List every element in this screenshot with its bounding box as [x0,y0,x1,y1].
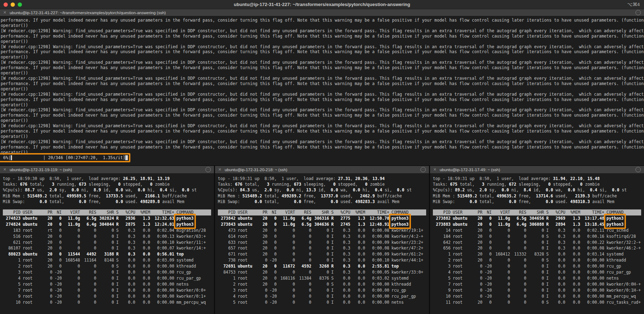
process-cell: 274824 [3,222,21,228]
terminal-output-line: performance. If your model indeed never … [1,65,644,71]
cell-value: 11544 [68,252,80,257]
cell-value: 0 [327,246,329,251]
session-menu-icon[interactable]: ⋯ [420,167,426,172]
close-session-icon[interactable]: ✕ [3,11,6,15]
process-cell: 11.0g [277,215,295,222]
process-cell: kworker/23:2+ [389,240,426,246]
cell-value: python3 [176,222,193,227]
process-cell: 0.0 [350,245,365,251]
process-cell: 0 [96,293,114,299]
cell-value: 0.0 [573,258,580,263]
close-session-icon[interactable]: ✕ [433,168,436,172]
top-command-output[interactable]: top - 18:59:30 up 8:50, 1 user, load ave… [0,174,214,314]
cell-value: 0:00.00 [372,288,389,293]
cell-value: kworker/0:0H-+ [606,282,641,287]
process-cell: 0 [62,228,80,234]
process-cell: 11384 [295,275,311,281]
process-cell: 0 [80,293,96,299]
cell-value: 0:00.08 [587,246,604,251]
process-cell: root [236,269,257,275]
close-session-icon[interactable]: ✕ [3,168,6,172]
process-cell: 9 [3,293,21,299]
process-cell: 0 [277,281,295,287]
process-row: 86107root200000I0.30.00:00.07kworker/14:… [3,245,211,251]
cell-value: 2775 [340,216,350,221]
cell-value: 0:00.16 [587,234,604,239]
zoom-window-button[interactable] [18,2,22,7]
cell-value: kworker/63:+ [176,234,206,239]
cell-value: 0.3 [343,264,350,269]
cell-value: 4492 [86,252,96,257]
process-cell: -20 [482,281,492,287]
process-row: 274823ubuntu20011.0g6.5g302824R29361.312… [3,215,211,222]
cell-value: 0 [524,246,526,251]
process-cell: 0:00.00 [580,263,604,269]
cell-value: I [331,240,334,245]
window-titlebar[interactable]: ubuntu@ip-172-31-41-227: ~/transformers/… [0,0,644,9]
process-cell: 0.0 [565,275,580,281]
cell-value: 0:00.00 [372,300,389,305]
process-cell: 20 [472,245,482,251]
process-cell: netns [604,275,641,281]
process-cell: ubuntu [451,222,472,228]
cell-value: 0.0 [143,240,150,245]
process-cell: 9 [433,287,451,293]
process-cell: 20 [257,281,267,287]
cell-value: 20 [262,264,267,269]
cell-value: 13:18.45 [585,222,604,227]
cell-value: 621 [13,240,21,245]
process-cell: S [544,234,550,240]
training-terminal-output[interactable]: performance. If your model indeed never … [0,16,644,166]
cell-value: -20 [55,276,62,281]
cell-value: 633 [228,240,236,245]
cell-value: 1 [448,252,451,257]
cell-value: rt [47,228,52,233]
process-cell: 88023 [3,251,21,257]
process-row: 1root200168412113328328S0.00.00:03.14sys… [433,251,641,257]
process-row: 273842ubuntu20011.0g6.4g306316R27751.312… [218,215,426,222]
process-cell: R [329,222,335,228]
close-session-icon[interactable]: ✕ [218,168,221,172]
process-cell: 0 [526,299,544,305]
process-cell: 0:00.13 [150,234,174,240]
process-cell: 10 [3,299,21,305]
process-cell: 20 [257,251,267,257]
close-window-button[interactable] [4,2,8,7]
process-cell: root [236,287,257,293]
cell-value: 0 [112,282,114,287]
cell-value: I [546,276,549,281]
process-cell: I [329,257,335,263]
cell-value: 2745 [340,222,350,227]
cell-value: 656 [443,246,451,251]
cell-value: 0:03.02 [372,276,389,281]
top-command-output[interactable]: top - 18:59:31 up 8:50, 1 user, load ave… [215,174,429,314]
process-cell: 0 [295,287,311,293]
process-cell: mm_percpu_wq [604,293,641,299]
cell-value: 0 [309,288,311,293]
cell-value: root [23,246,33,251]
cell-value: 0.0 [343,276,350,281]
cell-value: 0 [112,246,114,251]
top-command-output[interactable]: top - 18:59:31 up 8:50, 1 user, load ave… [430,174,644,314]
session-menu-icon[interactable]: ⋯ [205,167,211,172]
cell-value: root [453,264,463,269]
process-cell: I [329,234,335,240]
cell-value: -20 [485,276,492,281]
process-cell: R [329,215,335,222]
cell-value: 0 [50,288,52,293]
process-cell: I [329,228,335,234]
session-menu-icon[interactable]: ⋯ [635,167,641,172]
process-cell: 0.0 [565,245,580,251]
process-cell: S [114,228,120,234]
process-cell: 20 [42,257,52,263]
process-cell: rcu_tasks_rud+ [604,299,641,305]
cell-value: -20 [270,300,277,305]
process-cell: 0 [492,269,510,275]
cell-value: 0:00.22 [587,240,604,245]
minimize-window-button[interactable] [11,2,15,7]
session-menu-icon[interactable]: ⋯ [635,10,641,15]
process-cell: 3 [218,287,236,293]
cell-value: 0 [524,276,526,281]
process-cell: 0 [62,275,80,281]
process-cell: systemd [604,251,641,257]
